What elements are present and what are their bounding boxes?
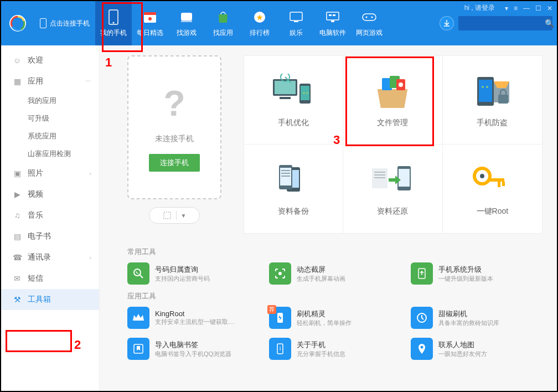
tool-pepper-flash[interactable]: 甜椒刷机具备丰富的救砖知识库 [411,307,548,329]
maximize-icon[interactable]: ☐ [535,4,541,12]
svg-rect-22 [280,97,291,99]
svg-point-31 [399,82,403,87]
svg-rect-21 [275,81,296,94]
tool-kingroot[interactable]: KingRoot支持安卓主流机型一键获取… [127,307,265,329]
flash-tool-icon: 荐 [269,307,291,329]
svg-rect-51 [399,169,410,187]
window-controls: hi , 请登录 ▾ ≡ — ☐ ✕ [464,3,552,13]
search-box[interactable]: 🔍 [458,16,552,30]
nav-daily[interactable]: 每日精选 [132,1,168,45]
nav-web-games[interactable]: 网页游戏 [351,1,388,45]
sidebar-my-apps[interactable]: 我的应用 [1,92,99,110]
screenshot-button[interactable]: ▼ [149,207,200,224]
sidebar-system-apps[interactable]: 系统应用 [1,127,99,145]
sidebar-toolbox[interactable]: ⚒工具箱 [1,289,99,310]
card-anti-theft[interactable]: 手机防盗 [443,56,542,145]
svg-rect-4 [144,12,156,15]
tool-screen-capture[interactable]: 动态截屏生成手机屏幕动画 [269,262,406,285]
tool-system-upgrade[interactable]: 手机系统升级一键升级到最新版本 [411,262,548,285]
svg-point-65 [421,346,423,349]
sidebar-apps[interactable]: ▦应用﹀ [1,71,99,92]
svg-point-17 [366,16,368,18]
svg-rect-6 [181,13,192,20]
not-connected-label: 未连接手机 [155,134,194,144]
nav-entertainment[interactable]: 娱乐 [278,1,314,45]
phone-mini-icon [40,18,46,28]
svg-rect-53 [488,178,504,182]
tv-icon [288,9,304,25]
minimize-icon[interactable]: — [523,4,530,12]
sidebar-sms[interactable]: ✉短信 [1,268,99,289]
play-icon: ▶ [12,189,22,199]
search-input[interactable] [462,19,545,27]
connect-label: 点击连接手机 [50,19,90,28]
nav-my-phone[interactable]: 我的手机 [95,1,132,45]
restore-icon [368,161,417,200]
tool-import-bookmarks[interactable]: 导入电脑书签电脑书签导入手机QQ浏览器 [127,338,265,360]
common-tools: 号码归属查询支持国内运营商号码 动态截屏生成手机屏幕动画 手机系统升级一键升级到… [127,262,548,285]
sidebar-music[interactable]: ♫音乐 [1,205,99,226]
svg-rect-45 [281,176,290,177]
gamepad-icon [179,9,194,25]
close-icon[interactable]: ✕ [547,4,552,12]
tool-flash[interactable]: 荐 刷机精灵轻松刷机，简单操作 [269,307,406,329]
menu-icon[interactable]: ≡ [514,4,518,12]
connect-phone-button[interactable]: 点击连接手机 [34,1,95,45]
sidebar-contacts[interactable]: ☎通讯录› [1,247,99,268]
section-app-title: 应用工具 [127,291,548,301]
dropdown-icon[interactable]: ▾ [505,4,508,12]
svg-point-26 [303,92,305,94]
crown-icon [127,307,149,329]
nav-pc-software[interactable]: 电脑软件 [314,1,351,45]
nav-apps[interactable]: 找应用 [205,1,241,45]
svg-rect-33 [479,80,492,102]
svg-point-2 [113,22,115,23]
top-nav: 我的手机 每日精选 找游戏 找应用 排行榜 娱乐 电脑软件 网页游戏 [95,1,388,45]
nav-games[interactable]: 找游戏 [168,1,205,45]
sidebar-video[interactable]: ▶视频 [1,184,99,205]
login-link[interactable]: hi , 请登录 [464,3,495,13]
music-icon: ♫ [12,210,22,220]
annotation-label-2: 2 [74,338,81,352]
about-phone-icon: i [269,338,291,360]
sidebar-ebook[interactable]: ▤电子书 [1,226,99,247]
question-icon: ? [163,83,185,124]
tool-number-lookup[interactable]: 号码归属查询支持国内运营商号码 [127,262,265,285]
svg-rect-7 [181,20,192,22]
phone-icon [106,9,121,25]
header-right: hi , 请登录 ▾ ≡ — ☐ ✕ 🔍 [440,1,557,45]
tool-about-phone[interactable]: i 关于手机充分掌握手机信息 [269,338,406,360]
optimize-icon [268,73,318,111]
nav-rank[interactable]: 排行榜 [241,1,278,45]
card-root[interactable]: 一键Root [443,145,542,233]
chevron-right-icon: › [89,170,91,177]
phone-card: ? 未连接手机 连接手机 [127,55,221,199]
card-backup[interactable]: 资料备份 [244,145,343,233]
card-restore[interactable]: 资料还原 [343,145,442,233]
smile-icon: ☺ [12,55,22,65]
download-button[interactable] [440,16,454,30]
svg-rect-43 [281,170,290,171]
connect-phone-button[interactable]: 连接手机 [149,154,200,172]
contact-icon: ☎ [12,252,22,262]
chevron-down-icon: ▼ [181,213,187,219]
svg-rect-19 [164,212,170,219]
svg-point-18 [371,16,373,18]
sidebar-fake-detect[interactable]: 山寨应用检测 [1,145,99,163]
svg-rect-49 [374,177,385,178]
medal-icon [252,9,267,25]
tool-contact-map[interactable]: 联系人地图一眼知悉好友何方 [411,338,548,360]
card-file-manager[interactable]: 文件管理 [343,56,442,145]
svg-point-5 [148,17,152,20]
sidebar-photos[interactable]: ▣照片› [1,163,99,184]
book-icon: ▤ [12,231,22,241]
files-icon [368,73,417,111]
svg-rect-10 [290,12,302,20]
lock-phone-icon [467,73,517,111]
calendar-icon [142,9,158,25]
search-icon[interactable]: 🔍 [545,19,554,28]
sidebar-upgradable[interactable]: 可升级 [1,110,99,127]
card-phone-optimize[interactable]: 手机优化 [244,56,343,145]
sidebar-welcome[interactable]: ☺欢迎 [1,50,99,71]
svg-rect-13 [329,14,332,16]
